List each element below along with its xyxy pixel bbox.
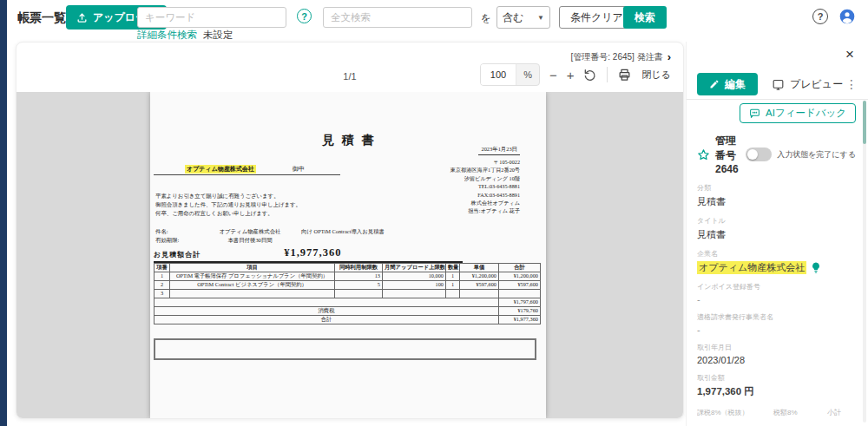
toggle-knob	[747, 149, 758, 160]
advanced-search-link[interactable]: 詳細条件検索	[137, 29, 197, 42]
field-label: インボイス登録番号	[697, 282, 856, 292]
cell-no: 2	[155, 281, 170, 290]
field-transaction-date: 取引年月日 2023/01/28	[697, 343, 856, 365]
cell-qty	[446, 290, 460, 298]
greeting-block: 平素よりお引き立て賜り誠に有難うございます。 御照会頂きました件、下記の通りお見…	[155, 192, 301, 217]
lightbulb-icon[interactable]	[811, 262, 821, 274]
estimate-total-label: お見積額合計	[154, 250, 201, 259]
cell-qty: 1	[446, 272, 460, 281]
table-header-row: 項番 項目 同時利用制限数 月間アップロード上限数 数量 単価 合計	[155, 264, 541, 272]
table-summary-row: ¥1,797,600	[155, 298, 541, 307]
linked-document-link[interactable]: [管理番号: 2645] 発注書 ›	[571, 50, 671, 63]
cell-item: OPTiM 電子帳簿保存 プロフェッショナルプラン（年間契約）	[170, 272, 335, 281]
sidebar-scrollbar[interactable]	[863, 101, 866, 423]
document-page: 見積書 2023年1月23日 オプティム物産株式会社 御中 〒105-0022 …	[150, 92, 546, 418]
scrollbar-thumb[interactable]	[863, 101, 866, 144]
field-label: タイトル	[697, 216, 856, 226]
field-label: 小計	[827, 408, 856, 417]
summary-label	[155, 298, 499, 307]
chevron-down-icon: ▼	[537, 14, 544, 22]
star-icon[interactable]	[697, 148, 710, 161]
match-condition-value: 含む	[503, 10, 523, 25]
table-summary-row: 合計 ¥1,977,360	[155, 316, 541, 324]
preview-button-label: プレビュー	[790, 77, 843, 92]
ai-feedback-label: AIフィードバック	[766, 107, 846, 120]
field-title: タイトル 見積書	[697, 216, 856, 241]
cell-item	[170, 290, 335, 298]
kebab-menu-icon[interactable]: ⋮	[845, 77, 858, 91]
cell-total: ¥597,600	[499, 281, 541, 290]
keyword-input[interactable]	[137, 7, 286, 28]
linked-document-label: [管理番号: 2645] 発注書	[571, 51, 663, 63]
sender-line: TEL:03-6435-8881	[450, 182, 520, 190]
complete-toggle-label: 入力状態を完了にする	[777, 149, 856, 161]
col-header: 月間アップロード上限数	[383, 264, 446, 272]
complete-status-toggle[interactable]	[746, 147, 772, 161]
col-header: 合計	[499, 264, 541, 272]
app-header: 帳票一覧 アップロード ? を 含む ▼ 条件クリア 検索 詳細条件検索 未設定…	[7, 0, 868, 42]
viewer-close-button[interactable]: 閉じる	[641, 69, 671, 82]
cell-item: OPTiM Contract ビジネスプラン（年間契約）	[170, 281, 335, 290]
col-header: 単価	[460, 264, 499, 272]
table-row: 3	[155, 290, 541, 298]
field-value: オプティム物産株式会社	[697, 261, 856, 274]
zoom-out-button[interactable]: −	[549, 69, 557, 82]
field-company: 企業名 オプティム物産株式会社	[697, 249, 856, 274]
zoom-in-button[interactable]: +	[567, 69, 575, 82]
cell-upload: 100	[383, 281, 446, 290]
user-avatar-icon[interactable]	[838, 8, 856, 25]
upload-icon	[76, 12, 88, 23]
col-header: 項番	[155, 264, 170, 272]
pencil-icon	[709, 79, 720, 89]
document-viewer-panel: [管理番号: 2645] 発注書 › 1/1 100 % − + 閉じる	[16, 42, 684, 419]
sender-line: FAX:03-6435-8891	[450, 191, 520, 199]
subject-label: 件名:	[155, 227, 199, 236]
sender-line: 株式会社オプティム	[450, 199, 520, 206]
keyword-help-icon[interactable]: ?	[297, 9, 312, 23]
sender-address-block: 〒105-0022 東京都港区海岸1丁目2番20号 汐留ビルディング 10階 T…	[450, 158, 520, 215]
viewer-toolbar: 100 % − + 閉じる	[480, 63, 671, 86]
search-button[interactable]: 検索	[623, 6, 667, 29]
rotate-left-button[interactable]	[583, 68, 597, 82]
sender-line: 〒105-0022	[450, 158, 520, 166]
subject-row: 件名:オプティム物産株式会社向け OPTiM Contract導入お見積書	[155, 227, 385, 236]
edit-button-label: 編集	[725, 77, 746, 92]
field-label: 分類	[697, 183, 856, 193]
detail-sidebar: × 編集 プレビュー ⋮	[686, 42, 868, 426]
search-particle-label: を	[481, 11, 491, 26]
print-button[interactable]	[617, 68, 632, 82]
ai-feedback-button[interactable]: AIフィードバック	[740, 103, 856, 123]
field-value: 2023/01/28	[697, 355, 856, 365]
estimate-total-line: お見積額合計 ¥1,977,360	[154, 246, 463, 263]
preview-button[interactable]: プレビュー	[772, 77, 843, 92]
cell-unit: ¥1,200,000	[460, 272, 499, 281]
table-row: 1 OPTiM 電子帳簿保存 プロフェッショナルプラン（年間契約） 13 10,…	[155, 272, 541, 281]
header-right-icons: ?	[812, 8, 856, 25]
fulltext-search-input[interactable]	[323, 7, 472, 28]
match-condition-select[interactable]: 含む ▼	[496, 6, 550, 29]
sender-line: 汐留ビルディング 10階	[450, 174, 520, 182]
subject-rest: 向け OPTiM Contract導入お見積書	[301, 228, 385, 234]
cell-no: 3	[155, 290, 170, 298]
greeting-line: 何卒、ご用命の程宜しくお願い申し上げます。	[155, 209, 301, 218]
help-icon[interactable]: ?	[812, 9, 828, 24]
col-header: 数量	[446, 264, 460, 272]
field-value: -	[697, 294, 856, 305]
cell-unit: ¥597,600	[460, 281, 499, 290]
close-icon[interactable]: ×	[845, 47, 854, 62]
table-row: 2 OPTiM Contract ビジネスプラン（年間契約） 5 100 1 ¥…	[155, 281, 541, 290]
tax-cell: 税額8% -	[773, 408, 827, 426]
summary-label: 消費税	[155, 307, 499, 316]
estimate-items-table: 項番 項目 同時利用制限数 月間アップロード上限数 数量 単価 合計 1 OPT…	[154, 263, 541, 324]
table-summary-row: 消費税 ¥179,760	[155, 307, 541, 316]
ai-feedback-row: AIフィードバック	[697, 103, 856, 123]
edit-button[interactable]: 編集	[697, 73, 758, 95]
chevron-right-icon: ›	[667, 50, 671, 63]
summary-value: ¥179,760	[499, 307, 541, 316]
field-value: -	[697, 324, 856, 335]
zoom-level-input[interactable]: 100 %	[480, 63, 540, 86]
field-value: 見積書	[697, 228, 856, 241]
col-header: 同時利用制限数	[335, 264, 383, 272]
sender-line: 担当:オプティム 花子	[450, 206, 520, 214]
zoom-level-value: 100	[481, 64, 516, 85]
